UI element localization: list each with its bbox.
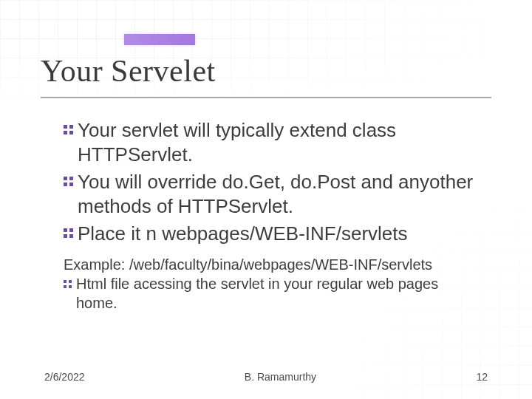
slide-body: Your servlet will typically extend class… [64, 118, 481, 313]
footer-author: B. Ramamurthy [245, 371, 316, 383]
footer-date: 2/6/2022 [44, 371, 85, 383]
bullet-text: Place it n webpages/WEB-INF/servlets [78, 222, 408, 246]
sub-block: Example: /web/faculty/bina/webpages/WEB-… [64, 255, 481, 313]
accent-strip [124, 34, 195, 45]
slide: Your Servelet Your servlet will typicall… [0, 0, 532, 399]
bullet-icon [64, 177, 73, 186]
title-underline [41, 97, 491, 98]
list-item: Place it n webpages/WEB-INF/servlets [64, 222, 481, 246]
bullet-icon [64, 228, 73, 238]
bullet-icon [64, 125, 73, 134]
list-item: Your servlet will typically extend class… [64, 118, 481, 167]
list-item: Html file acessing the servlet in your r… [64, 274, 481, 313]
bullet-text: Html file acessing the servlet in your r… [76, 274, 481, 313]
bullet-text: Your servlet will typically extend class… [78, 118, 481, 167]
footer-page: 12 [476, 371, 488, 383]
bullet-icon [64, 280, 72, 288]
bullet-text: You will override do.Get, do.Post and an… [78, 170, 481, 219]
list-item: You will override do.Get, do.Post and an… [64, 170, 481, 219]
example-line: Example: /web/faculty/bina/webpages/WEB-… [64, 255, 481, 274]
slide-footer: 2/6/2022 B. Ramamurthy 12 [44, 371, 488, 383]
slide-title: Your Servelet [41, 53, 216, 89]
